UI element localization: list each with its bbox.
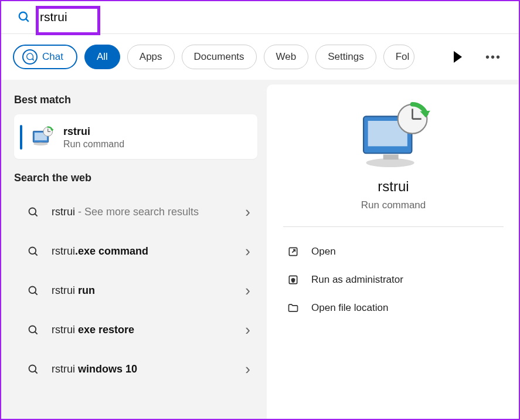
action-open[interactable]: Open <box>283 238 504 266</box>
best-match-subtitle: Run command <box>63 139 124 150</box>
search-icon <box>27 363 40 376</box>
web-search-item[interactable]: rstrui exe restore› <box>14 310 257 350</box>
filter-documents-label: Documents <box>194 51 244 63</box>
chevron-right-icon: › <box>245 360 250 378</box>
more-options-button[interactable]: ••• <box>485 50 501 64</box>
best-match-text: rstrui Run command <box>63 126 124 150</box>
search-icon <box>27 284 40 297</box>
svg-point-13 <box>29 286 36 293</box>
filter-all-button[interactable]: All <box>84 45 120 69</box>
svg-line-14 <box>35 292 38 294</box>
filter-web-button[interactable]: Web <box>264 45 309 69</box>
filter-settings-label: Settings <box>328 51 363 63</box>
preview-system-restore-icon <box>355 101 431 171</box>
action-open-location-label: Open file location <box>311 302 388 314</box>
preview-subtitle: Run command <box>283 199 504 211</box>
web-search-label: rstrui - See more search results <box>52 205 233 219</box>
svg-line-12 <box>35 253 38 255</box>
folder-icon <box>287 302 300 314</box>
results-body: Best match rstrui Run command <box>0 80 520 420</box>
search-icon <box>18 11 30 23</box>
filter-apps-label: Apps <box>140 51 162 63</box>
chevron-right-icon: › <box>245 203 250 221</box>
web-search-label: rstrui exe restore <box>52 323 233 337</box>
action-run-admin[interactable]: Run as administrator <box>283 266 504 294</box>
svg-point-15 <box>29 326 36 333</box>
web-search-item[interactable]: rstrui windows 10› <box>14 350 257 389</box>
chevron-right-icon: › <box>245 282 250 300</box>
search-bar <box>0 0 520 34</box>
chevron-right-icon: › <box>245 321 250 339</box>
svg-line-16 <box>35 331 38 334</box>
filter-apps-button[interactable]: Apps <box>127 45 175 69</box>
filter-chat-label: Chat <box>42 51 63 63</box>
search-web-heading: Search the web <box>14 172 257 184</box>
filter-web-label: Web <box>276 51 297 63</box>
filter-chat-button[interactable]: Chat <box>13 45 77 69</box>
svg-point-9 <box>29 208 36 215</box>
web-search-label: rstrui.exe command <box>52 244 233 259</box>
filter-folders-button[interactable]: Fol <box>383 45 415 69</box>
search-icon <box>27 206 40 219</box>
search-input[interactable] <box>40 10 508 24</box>
filter-documents-button[interactable]: Documents <box>182 45 257 69</box>
web-search-item[interactable]: rstrui run› <box>14 271 257 310</box>
preview-pane: rstrui Run command Open Run as administr… <box>267 84 520 420</box>
shield-admin-icon <box>287 273 300 286</box>
best-match-title: rstrui <box>63 126 124 138</box>
action-open-label: Open <box>311 246 336 258</box>
svg-point-19 <box>366 158 414 167</box>
action-run-admin-label: Run as administrator <box>311 274 403 286</box>
chevron-right-icon: › <box>245 242 250 260</box>
best-match-item[interactable]: rstrui Run command <box>14 114 257 159</box>
results-left-column: Best match rstrui Run command <box>0 80 267 420</box>
filter-folders-label: Fol <box>396 51 410 63</box>
svg-line-1 <box>26 19 29 22</box>
svg-point-4 <box>33 143 48 145</box>
svg-point-17 <box>29 365 36 372</box>
svg-point-11 <box>29 247 36 254</box>
preview-title: rstrui <box>283 178 504 195</box>
action-open-location[interactable]: Open file location <box>283 294 504 322</box>
search-icon <box>27 324 40 337</box>
svg-point-0 <box>19 12 27 19</box>
filter-settings-button[interactable]: Settings <box>315 45 376 69</box>
scroll-right-icon[interactable] <box>454 51 462 63</box>
web-search-item[interactable]: rstrui.exe command› <box>14 232 257 271</box>
best-match-heading: Best match <box>14 94 257 106</box>
divider <box>283 226 504 227</box>
filter-all-label: All <box>97 51 108 63</box>
open-icon <box>287 245 300 258</box>
bing-chat-icon <box>22 49 38 65</box>
web-search-label: rstrui windows 10 <box>52 362 233 377</box>
svg-line-10 <box>35 214 38 216</box>
svg-rect-22 <box>383 154 399 160</box>
selection-indicator <box>20 125 22 150</box>
filters-row: Chat All Apps Documents Web Settings Fol… <box>0 34 520 80</box>
web-search-label: rstrui run <box>52 283 233 298</box>
svg-line-18 <box>35 371 38 373</box>
search-icon <box>27 245 40 258</box>
web-search-item[interactable]: rstrui - See more search results› <box>14 192 257 232</box>
system-restore-icon <box>30 125 55 150</box>
